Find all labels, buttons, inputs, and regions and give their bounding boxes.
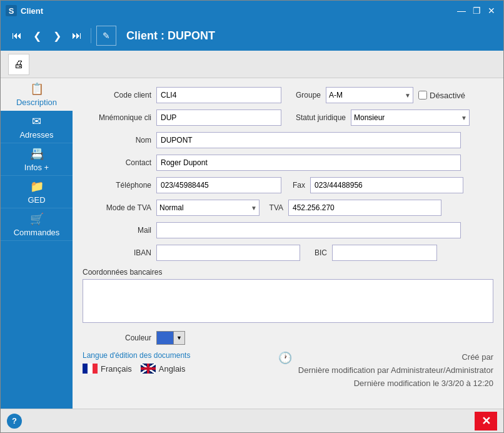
statut-label: Statut juridique <box>286 113 346 122</box>
bic-input[interactable] <box>332 245 437 261</box>
statut-select[interactable]: Monsieur Madame Société SPRL SA ASBL <box>351 110 470 126</box>
form-area: Code client Groupe A-M N-Z Autre ▼ Désac… <box>73 78 503 409</box>
description-icon: 📋 <box>30 82 44 96</box>
title-close-button[interactable]: ✕ <box>485 4 498 18</box>
code-client-input[interactable] <box>156 87 281 103</box>
contact-input[interactable] <box>156 155 461 171</box>
code-client-label: Code client <box>83 91 151 99</box>
nav-prev-button[interactable]: ❮ <box>28 27 46 44</box>
close-button[interactable]: ✕ <box>475 412 497 430</box>
mnemonique-input[interactable] <box>156 110 281 126</box>
nom-input[interactable] <box>156 132 461 148</box>
flag-fr-icon <box>83 364 98 374</box>
mail-input[interactable] <box>156 222 461 238</box>
mode-tva-select-wrapper: Normal Intracom Exonéré ▼ <box>156 200 260 216</box>
bic-label: BIC <box>305 248 327 257</box>
app-icon: S <box>6 5 17 16</box>
info-section: Langue d'édition des documents Français … <box>83 351 493 390</box>
sidebar-label-ged: GED <box>28 195 45 205</box>
row-code-client: Code client Groupe A-M N-Z Autre ▼ Désac… <box>83 87 493 103</box>
sidebar-label-description: Description <box>16 98 57 107</box>
nav-last-button[interactable]: ⏭ <box>68 27 86 44</box>
lang-en-label: Anglais <box>159 364 186 374</box>
row-contact: Contact <box>83 155 493 171</box>
flag-uk-icon <box>141 364 156 374</box>
window-title: Client <box>21 6 43 16</box>
nav-separator <box>91 28 91 43</box>
desactive-label: Désactivé <box>430 91 465 100</box>
main-window: S Client — ❐ ✕ ⏮ ❮ ❯ ⏭ ✎ Client : DUPONT… <box>0 0 504 433</box>
sidebar: 📋 Description ✉ Adresses 📇 Infos + 📁 GED… <box>1 78 73 409</box>
coord-bancaires-row: Coordonnées bancaires <box>83 267 493 277</box>
lang-fr-item[interactable]: Français <box>83 364 132 374</box>
desactive-container: Désactivé <box>418 91 465 100</box>
mode-tva-select[interactable]: Normal Intracom Exonéré <box>156 200 260 216</box>
fax-input[interactable] <box>310 177 463 193</box>
main-content: 📋 Description ✉ Adresses 📇 Infos + 📁 GED… <box>1 78 503 409</box>
lang-fr-label: Français <box>101 364 132 374</box>
infos-icon: 📇 <box>30 147 44 161</box>
sidebar-item-infos[interactable]: 📇 Infos + <box>1 143 73 176</box>
groupe-select-wrapper: A-M N-Z Autre ▼ <box>326 87 413 103</box>
iban-input[interactable] <box>156 245 300 261</box>
couleur-label: Couleur <box>83 334 151 342</box>
nav-first-button[interactable]: ⏮ <box>8 27 26 44</box>
cree-par-text: Créé par <box>298 351 493 364</box>
lang-en-item[interactable]: Anglais <box>141 364 186 374</box>
nav-toolbar: ⏮ ❮ ❯ ⏭ ✎ Client : DUPONT <box>1 21 503 51</box>
language-section: Langue d'édition des documents Français … <box>83 351 190 374</box>
sidebar-item-description[interactable]: 📋 Description <box>1 78 73 111</box>
row-mnemonique: Mnémonique cli Statut juridique Monsieur… <box>83 110 493 126</box>
groupe-label: Groupe <box>286 91 321 99</box>
coord-bancaires-textarea[interactable] <box>83 279 493 323</box>
print-button[interactable]: 🖨 <box>8 54 29 75</box>
adresses-icon: ✉ <box>32 115 41 128</box>
contact-label: Contact <box>83 158 151 167</box>
langue-label: Langue d'édition des documents <box>83 351 190 360</box>
sidebar-item-ged[interactable]: 📁 GED <box>1 176 73 208</box>
toolbar-row: 🖨 <box>1 51 503 78</box>
row-mail: Mail <box>83 222 493 238</box>
groupe-select[interactable]: A-M N-Z Autre <box>326 87 413 103</box>
nom-label: Nom <box>83 136 151 145</box>
color-picker-container: ▼ <box>156 331 185 345</box>
nav-title: Client : DUPONT <box>126 29 215 43</box>
ged-icon: 📁 <box>30 180 44 193</box>
fax-label: Fax <box>286 181 305 190</box>
title-bar: S Client — ❐ ✕ <box>1 1 503 21</box>
color-box[interactable] <box>156 331 174 345</box>
telephone-input[interactable] <box>156 177 281 193</box>
telephone-label: Téléphone <box>83 181 151 190</box>
lang-items: Français Anglais <box>83 364 190 374</box>
iban-label: IBAN <box>83 248 151 257</box>
sidebar-item-adresses[interactable]: ✉ Adresses <box>1 111 73 143</box>
row-iban: IBAN BIC <box>83 245 493 261</box>
statut-select-wrapper: Monsieur Madame Société SPRL SA ASBL ▼ <box>351 110 470 126</box>
sidebar-label-commandes: Commandes <box>14 228 60 237</box>
history-icon[interactable]: 🕐 <box>278 351 292 365</box>
tva-input[interactable] <box>288 200 441 216</box>
title-bar-left: S Client <box>6 5 43 16</box>
nav-edit-button[interactable]: ✎ <box>96 26 116 46</box>
date-modification-text: Dernière modification le 3/3/20 à 12:20 <box>298 377 493 390</box>
maximize-button[interactable]: ❐ <box>470 4 483 18</box>
minimize-button[interactable]: — <box>455 4 468 18</box>
coord-bancaires-label: Coordonnées bancaires <box>83 268 162 277</box>
modification-text: Dernière modification par Administrateur… <box>298 364 493 377</box>
desactive-checkbox[interactable] <box>418 91 427 99</box>
mode-tva-label: Mode de TVA <box>83 203 151 212</box>
color-dropdown-button[interactable]: ▼ <box>174 331 185 345</box>
row-tva: Mode de TVA Normal Intracom Exonéré ▼ TV… <box>83 200 493 216</box>
nav-next-button[interactable]: ❯ <box>48 27 66 44</box>
title-bar-controls: — ❐ ✕ <box>455 4 498 18</box>
help-button[interactable]: ? <box>7 414 22 429</box>
tva-label: TVA <box>265 203 283 212</box>
row-couleur: Couleur ▼ <box>83 331 493 345</box>
commandes-icon: 🛒 <box>30 212 44 226</box>
modification-info: Créé par Dernière modification par Admin… <box>298 351 493 390</box>
sidebar-item-commandes[interactable]: 🛒 Commandes <box>1 208 73 241</box>
row-nom: Nom <box>83 132 493 148</box>
mail-label: Mail <box>83 226 151 235</box>
sidebar-label-adresses: Adresses <box>19 130 53 140</box>
bottom-bar: ? ✕ <box>1 409 503 432</box>
